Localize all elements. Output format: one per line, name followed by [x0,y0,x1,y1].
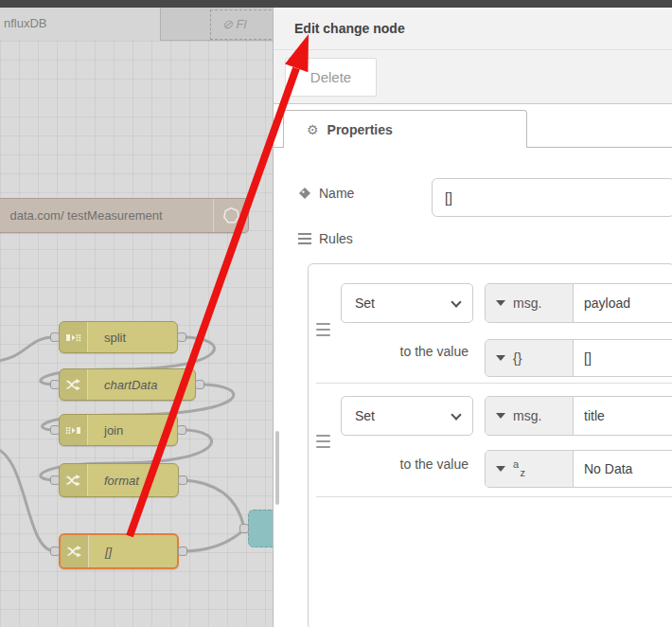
tray-header: Edit change node [274,8,672,50]
change-icon [60,464,88,496]
tab-properties-label: Properties [327,122,393,137]
tray-scrollbar[interactable] [275,431,279,505]
node-chartdata[interactable]: chartData [59,368,196,401]
rule-2-operation-select[interactable]: Set [341,396,473,436]
tray-title: Edit change node [274,8,672,50]
rule-1-value-type-button[interactable]: {} [486,340,574,376]
format-input-port [50,475,60,485]
chartdata-input-port [50,380,60,389]
node-format-label: format [104,474,139,488]
flow-canvas[interactable]: data.com/ testMeasurement split [0,41,273,627]
caret-down-icon [496,355,505,361]
node-influxdb-label: data.com/ testMeasurement [0,208,213,223]
rule-1-operation: Set [355,296,375,311]
node-red-editor: nfluxDB ⊘ Fl data.com/ testMeasurement [0,0,672,627]
caret-down-icon [496,413,505,419]
rule-1-to-value-label: to the value [331,344,469,359]
list-icon [298,233,311,244]
influxdb-logo-icon [213,199,248,232]
chevron-down-icon [451,296,461,307]
format-output-port [178,475,187,485]
workspace-tab-bar: nfluxDB ⊘ Fl [0,8,273,41]
node-chart-teal[interactable] [248,510,273,547]
tab-disabled-flow[interactable]: ⊘ Fl [210,9,273,40]
split-output-port [177,332,186,342]
rules-list: Set msg. payload to the value {} [308,263,672,627]
tab-influxdb[interactable]: nfluxDB [0,8,161,41]
rule-1-property-type-button[interactable]: msg. [486,284,574,322]
rule-2-property-value[interactable]: title [574,397,605,435]
tab-disabled-flow-label: ⊘ Fl [222,17,246,31]
array-input-port [50,546,60,556]
rule-2-drag-handle[interactable] [316,435,330,448]
rule-2-property-type-button[interactable]: msg. [486,397,574,435]
chartdata-output-port [195,380,204,389]
tray-body: ⚙ Properties Name Rules Set [274,104,672,627]
rule-2-value-field[interactable]: az No Data [485,450,672,488]
node-split-label: split [104,331,126,345]
node-chartdata-label: chartData [104,378,157,392]
name-row-label: Name [298,186,354,201]
split-icon [60,322,88,352]
node-split[interactable]: split [59,321,178,353]
rule-2-value[interactable]: No Data [574,451,632,487]
flow-workspace[interactable]: nfluxDB ⊘ Fl data.com/ testMeasurement [0,8,273,627]
rule-2-property-type: msg. [513,408,541,423]
tab-properties[interactable]: ⚙ Properties [283,110,527,148]
wire-array-teal [183,529,244,551]
node-empty-array[interactable]: [] [59,533,179,569]
edit-tray: Edit change node Delete ⚙ Properties Nam… [273,8,672,627]
rule-1-value[interactable]: [] [574,340,592,376]
split-input-port [50,332,60,342]
name-input[interactable] [432,178,672,217]
node-influxdb-out[interactable]: data.com/ testMeasurement [0,198,249,233]
rule-2-value-type-button[interactable]: az [486,451,574,487]
rule-2-property-field[interactable]: msg. title [485,396,672,436]
rules-label: Rules [319,231,353,246]
join-output-port [177,425,186,435]
json-type-icon: {} [513,350,522,366]
string-type-icon: az [513,460,525,477]
wire-into-array [0,447,55,551]
caret-down-icon [496,300,505,306]
rule-2-to-value-label: to the value [331,457,469,472]
rule-1-property-type: msg. [513,296,541,311]
node-join-label: join [104,423,123,438]
join-icon [60,415,88,445]
change-icon [60,369,88,400]
name-label: Name [319,186,354,201]
join-input-port [50,425,60,435]
rule-1-drag-handle[interactable] [316,323,330,336]
rules-row-label: Rules [298,231,353,246]
rule-1-operation-select[interactable]: Set [341,283,473,323]
rule-1-value-field[interactable]: {} [] [485,339,672,377]
rule-1-property-field[interactable]: msg. payload [485,283,672,323]
teal-input-port [239,524,249,533]
node-format[interactable]: format [59,463,179,497]
change-icon [61,535,89,567]
node-empty-array-label: [] [105,545,112,559]
delete-button[interactable]: Delete [285,58,377,97]
rule-divider [316,496,672,497]
top-chrome-bar [0,0,672,8]
rule-divider [316,383,672,384]
wire-into-split [0,337,55,362]
array-output-port [178,546,187,556]
tray-toolbar: Delete [274,50,672,104]
caret-down-icon [496,466,505,472]
tag-icon [298,187,311,200]
gear-icon: ⚙ [307,123,319,136]
rule-2-operation: Set [355,408,375,423]
node-join[interactable]: join [59,414,178,446]
rule-1-property-value[interactable]: payload [574,284,630,322]
chevron-down-icon [451,409,461,420]
wire-format-teal [183,480,244,528]
tab-influxdb-label: nfluxDB [4,16,47,30]
